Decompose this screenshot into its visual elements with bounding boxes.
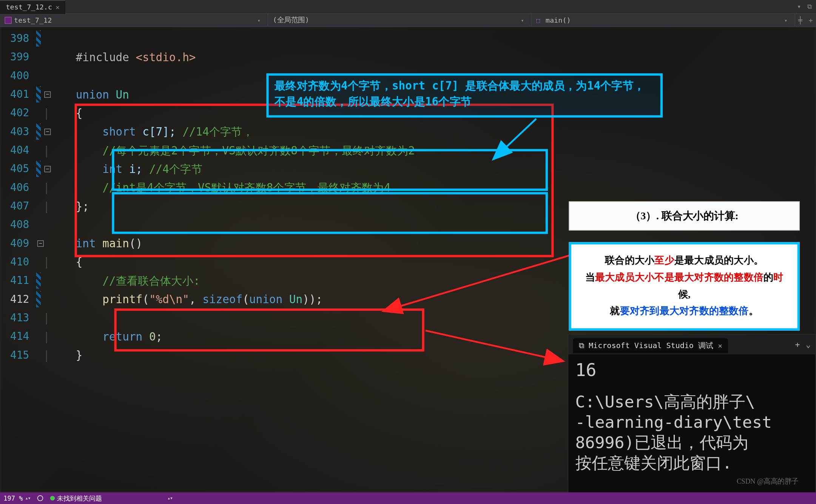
line-number: 402 xyxy=(0,103,35,122)
line-number: 408 xyxy=(0,215,35,234)
change-indicator xyxy=(36,291,41,307)
line-number: 409 xyxy=(0,234,35,253)
fold-icon[interactable]: − xyxy=(44,166,51,172)
debug-console[interactable]: ⧉ Microsoft Visual Studio 调试 ✕ + ⌄ 16 C:… xyxy=(568,334,816,492)
line-number: 415 xyxy=(0,346,35,364)
nav-plus-icon[interactable]: + xyxy=(805,16,816,24)
change-indicator xyxy=(36,30,41,46)
line-number: 405 xyxy=(0,159,35,178)
watermark: CSDN @高高的胖子 xyxy=(737,477,799,487)
tab-bar: test_7_12.c ✕ ▾ ⧉ xyxy=(0,0,816,14)
change-indicator xyxy=(36,123,41,140)
fold-icon[interactable]: − xyxy=(37,240,44,247)
popout-icon[interactable]: ⧉ xyxy=(805,3,814,11)
file-tab-label: test_7_12.c xyxy=(6,3,52,11)
nav-symbol-label: main() xyxy=(546,16,571,24)
change-indicator xyxy=(36,160,41,177)
nav-project-label: test_7_12 xyxy=(14,16,52,24)
chevron-down-icon[interactable]: ⌄ xyxy=(806,340,811,349)
line-number: 411 xyxy=(0,271,35,290)
line-number: 398 xyxy=(0,29,35,48)
fold-icon[interactable]: − xyxy=(44,91,51,97)
feedback-icon[interactable] xyxy=(37,495,43,501)
change-indicator xyxy=(36,86,41,102)
terminal-title: Microsoft Visual Studio 调试 xyxy=(589,341,713,351)
nav-project[interactable]: test_7_12 ▾ xyxy=(0,14,268,26)
nav-scope[interactable]: (全局范围) ▾ xyxy=(268,14,532,26)
nav-bar: test_7_12 ▾ (全局范围) ▾ ⬚ main() ▾ ╪ + xyxy=(0,14,816,27)
nav-symbol[interactable]: ⬚ main() ▾ xyxy=(532,14,795,26)
code-area[interactable]: 398 399#include <stdio.h> 400 401−union … xyxy=(0,27,816,367)
line-number: 410 xyxy=(0,253,35,271)
zoom-level[interactable]: 197 % ▴▾ xyxy=(3,495,30,502)
nav-split-icon[interactable]: ╪ xyxy=(795,16,805,24)
new-tab-icon[interactable]: + xyxy=(795,340,800,349)
terminal-titlebar: ⧉ Microsoft Visual Studio 调试 ✕ + ⌄ xyxy=(568,334,815,354)
line-number: 401 xyxy=(0,85,35,103)
nav-scope-label: (全局范围) xyxy=(273,15,309,25)
cube-icon: ⬚ xyxy=(536,17,543,23)
close-icon[interactable]: ✕ xyxy=(56,3,59,11)
file-tab[interactable]: test_7_12.c ✕ xyxy=(0,0,65,14)
terminal-icon: ⧉ xyxy=(579,341,584,350)
line-number: 400 xyxy=(0,66,35,85)
line-number: 412 xyxy=(0,290,35,308)
line-number: 403 xyxy=(0,122,35,141)
status-spinner-icon[interactable]: ▴▾ xyxy=(167,495,173,501)
issues-status[interactable]: 未找到相关问题 xyxy=(50,494,102,502)
line-number: 407 xyxy=(0,197,35,215)
line-number: 399 xyxy=(0,48,35,66)
line-number: 414 xyxy=(0,327,35,345)
status-bar: 197 % ▴▾ 未找到相关问题 ▴▾ xyxy=(0,492,816,504)
project-icon xyxy=(5,17,12,23)
change-indicator xyxy=(36,272,41,288)
line-number: 406 xyxy=(0,178,35,197)
editor[interactable]: 398 399#include <stdio.h> 400 401−union … xyxy=(0,27,816,492)
line-number: 413 xyxy=(0,308,35,327)
dropdown-icon[interactable]: ▾ xyxy=(795,3,803,11)
line-number: 404 xyxy=(0,141,35,159)
close-icon[interactable]: ✕ xyxy=(718,342,722,350)
zoom-spinner-icon[interactable]: ▴▾ xyxy=(25,495,31,501)
terminal-tab[interactable]: ⧉ Microsoft Visual Studio 调试 ✕ xyxy=(573,338,728,353)
terminal-output: 16 C:\Users\高高的胖子\ -learning-diary\test … xyxy=(568,354,815,478)
fold-icon[interactable]: − xyxy=(44,128,51,135)
